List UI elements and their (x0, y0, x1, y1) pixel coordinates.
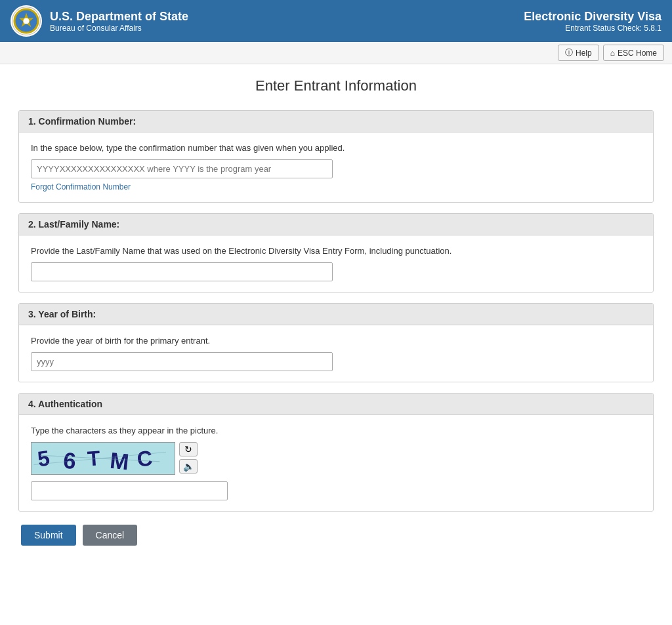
header-left: U.S. Department of State Bureau of Consu… (10, 5, 188, 37)
last-name-section-body: Provide the Last/Family Name that was us… (19, 235, 653, 292)
page-header: U.S. Department of State Bureau of Consu… (0, 0, 672, 42)
refresh-icon: ↻ (184, 444, 192, 454)
header-right: Electronic Diversity Visa Entrant Status… (524, 10, 662, 33)
last-name-section: 2. Last/Family Name: Provide the Last/Fa… (18, 213, 654, 292)
captcha-refresh-button[interactable]: ↻ (179, 442, 198, 456)
confirmation-section-header: 1. Confirmation Number: (19, 111, 653, 132)
year-of-birth-input[interactable] (31, 352, 333, 371)
help-icon: ⓘ (565, 47, 573, 58)
header-title-block: U.S. Department of State Bureau of Consu… (50, 10, 188, 33)
confirmation-section-body: In the space below, type the confirmatio… (19, 132, 653, 202)
year-of-birth-section-body: Provide the year of birth for the primar… (19, 325, 653, 382)
button-row: Submit Cancel (18, 525, 654, 546)
agency-name: U.S. Department of State (50, 10, 188, 24)
captcha-input[interactable] (31, 481, 228, 500)
audio-icon: 🔈 (183, 461, 194, 472)
page-content: Enter Entrant Information 1. Confirmatio… (8, 64, 664, 572)
department-seal (10, 5, 42, 37)
bureau-name: Bureau of Consular Affairs (50, 24, 188, 33)
svg-point-3 (23, 18, 29, 24)
app-version: Entrant Status Check: 5.8.1 (524, 24, 662, 33)
last-name-desc: Provide the Last/Family Name that was us… (31, 246, 641, 256)
svg-text:C: C (136, 446, 154, 472)
help-label: Help (576, 49, 592, 58)
confirmation-number-input[interactable] (31, 159, 333, 178)
submit-button[interactable]: Submit (21, 525, 76, 546)
confirmation-section: 1. Confirmation Number: In the space bel… (18, 110, 654, 203)
cancel-button[interactable]: Cancel (83, 525, 138, 546)
year-of-birth-section: 3. Year of Birth: Provide the year of bi… (18, 303, 654, 382)
authentication-section-header: 4. Authentication (19, 393, 653, 415)
captcha-container: 5 6 T M C ↻ 🔈 (31, 442, 641, 475)
svg-text:M: M (109, 448, 131, 474)
help-button[interactable]: ⓘ Help (558, 45, 599, 61)
app-title: Electronic Diversity Visa (524, 10, 662, 24)
year-of-birth-desc: Provide the year of birth for the primar… (31, 336, 641, 346)
home-label: ESC Home (618, 49, 657, 58)
last-name-section-header: 2. Last/Family Name: (19, 214, 653, 235)
home-icon: ⌂ (610, 49, 615, 58)
captcha-audio-button[interactable]: 🔈 (179, 459, 198, 474)
authentication-desc: Type the characters as they appear in th… (31, 426, 641, 435)
confirmation-desc: In the space below, type the confirmatio… (31, 143, 641, 153)
captcha-buttons: ↻ 🔈 (179, 442, 198, 474)
forgot-confirmation-link[interactable]: Forgot Confirmation Number (31, 182, 131, 192)
authentication-section: 4. Authentication Type the characters as… (18, 393, 654, 512)
last-name-input[interactable] (31, 262, 333, 281)
authentication-section-body: Type the characters as they appear in th… (19, 415, 653, 511)
year-of-birth-section-header: 3. Year of Birth: (19, 304, 653, 325)
esc-home-button[interactable]: ⌂ ESC Home (603, 45, 664, 61)
page-title: Enter Entrant Information (18, 77, 654, 94)
navbar: ⓘ Help ⌂ ESC Home (0, 42, 672, 64)
captcha-image: 5 6 T M C (31, 442, 175, 475)
